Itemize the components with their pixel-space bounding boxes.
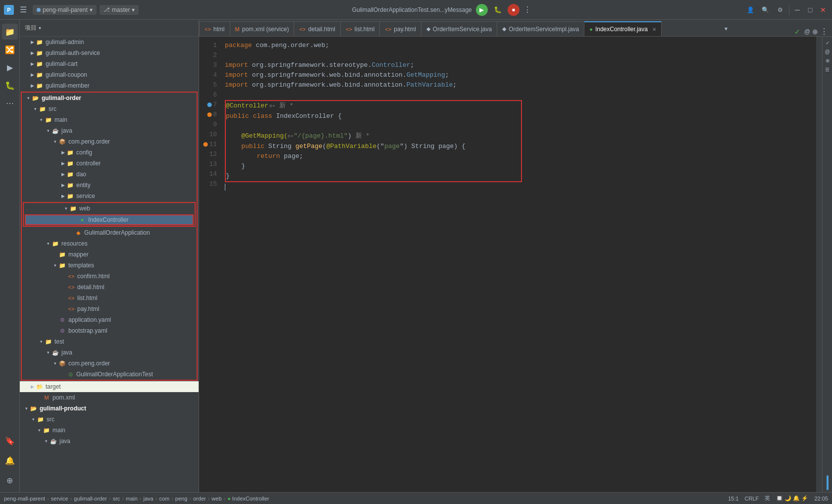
tree-item-product-java[interactable]: ▾ ☕ java xyxy=(20,436,199,447)
stop-button[interactable]: ■ xyxy=(508,4,520,16)
sidebar-more-icon[interactable]: ⋯ xyxy=(2,95,18,111)
tree-label-member: gulimall-member xyxy=(46,82,90,89)
tree-item-service[interactable]: ▶ 📁 service xyxy=(22,191,197,202)
tree-item-test-com[interactable]: ▾ 📦 com.peng.order xyxy=(22,358,197,369)
tree-item-gulimall-order[interactable]: ▾ 📂 gulimall-order xyxy=(22,93,197,103)
tree-item-java[interactable]: ▾ ☕ java xyxy=(22,125,197,136)
sidebar-notifications-icon[interactable]: 🔔 xyxy=(2,453,18,468)
more-options[interactable]: ⋮ xyxy=(523,5,531,14)
editor-scrollbar[interactable] xyxy=(816,37,822,492)
tab-detail[interactable]: <> detail.html xyxy=(294,21,341,36)
tree-arrow-config: ▶ xyxy=(59,149,66,156)
scrollbar-thumb[interactable] xyxy=(827,475,829,490)
right-panel-btn-4[interactable]: ☰ xyxy=(824,65,832,73)
tree-item-list[interactable]: ▶ <> list.html xyxy=(22,293,197,303)
tab-overflow-button[interactable]: ▾ xyxy=(721,21,731,36)
tree-item-gulimall-coupon[interactable]: ▶ 📁 gulimall-coupon xyxy=(20,69,199,80)
sidebar-run-icon[interactable]: ▶ xyxy=(2,59,18,75)
at-icon[interactable]: @ xyxy=(804,28,810,35)
tree-item-product-src[interactable]: ▾ 📁 src xyxy=(20,414,199,425)
search-icon[interactable]: 🔍 xyxy=(759,4,771,16)
git-icon[interactable]: ⊕ xyxy=(812,28,818,36)
tree-item-main[interactable]: ▾ 📁 main xyxy=(22,114,197,125)
branch-arrow: ▾ xyxy=(132,6,135,13)
tree-label-dao: dao xyxy=(76,171,86,178)
folder-icon-auth: 📁 xyxy=(36,49,44,57)
tree-item-target[interactable]: ▶ 📁 target xyxy=(20,381,199,392)
tree-item-entity[interactable]: ▶ 📁 entity xyxy=(22,180,197,191)
project-selector[interactable]: peng-mall-parent ▾ xyxy=(33,5,97,15)
code-line-11: public String getPage(@PathVariable("pag… xyxy=(226,142,521,151)
tree-arrow-web: ▾ xyxy=(62,205,69,212)
tree-item-mapper[interactable]: ▶ 📁 mapper xyxy=(22,249,197,260)
tab-list[interactable]: <> list.html xyxy=(341,21,380,36)
tab-pay[interactable]: <> pay.html xyxy=(380,21,421,36)
hamburger-menu[interactable]: ☰ xyxy=(17,4,30,15)
tree-item-templates[interactable]: ▾ 📁 templates xyxy=(22,260,197,271)
tree-item-gulimall-product[interactable]: ▾ 📂 gulimall-product xyxy=(20,403,199,414)
tree-item-com-peng-order[interactable]: ▾ 📦 com.peng.order xyxy=(22,136,197,147)
tree-item-config[interactable]: ▶ 📁 config xyxy=(22,147,197,158)
right-panel-btn-3[interactable]: ⊕ xyxy=(824,56,832,64)
tree-item-src[interactable]: ▾ 📁 src xyxy=(22,103,197,114)
divider xyxy=(789,5,789,15)
tab-close-index[interactable]: ✕ xyxy=(652,27,656,32)
tab-html[interactable]: <> html xyxy=(199,21,230,36)
code-line-3: import org.springframework.stereotype.Co… xyxy=(225,60,816,70)
sidebar-bottom-icon[interactable]: ⊕ xyxy=(2,472,18,488)
tree-item-detail[interactable]: ▶ <> detail.html xyxy=(22,282,197,293)
code-line-2 xyxy=(225,50,816,60)
settings-icon[interactable]: ⚙ xyxy=(774,4,786,16)
checkmark-icon[interactable]: ✓ xyxy=(794,28,800,36)
tree-item-test[interactable]: ▾ 📁 test xyxy=(22,336,197,347)
tab-pom[interactable]: M pom.xml (service) xyxy=(230,21,295,36)
tab-index[interactable]: ● IndexController.java ✕ xyxy=(584,21,662,36)
more-icon[interactable]: ⋮ xyxy=(820,27,828,36)
code-line-4: import org.springframework.web.bind.anno… xyxy=(225,70,816,80)
tree-item-gulimall-cart[interactable]: ▶ 📁 gulimall-cart xyxy=(20,58,199,69)
project-dot xyxy=(37,8,41,12)
tree-item-resources[interactable]: ▾ 📁 resources xyxy=(22,238,197,249)
close-button[interactable]: ✕ xyxy=(818,5,828,15)
tab-orderitem[interactable]: ◆ OrderItemService.java xyxy=(421,21,497,36)
tree-item-dao[interactable]: ▶ 📁 dao xyxy=(22,169,197,180)
maximize-button[interactable]: □ xyxy=(805,5,815,15)
sidebar-vcs-icon[interactable]: 🔀 xyxy=(2,42,18,57)
sidebar-files-icon[interactable]: 📁 xyxy=(2,24,18,40)
debug-button[interactable]: 🐛 xyxy=(492,4,504,16)
tree-item-test-java[interactable]: ▾ ☕ java xyxy=(22,347,197,358)
tree-item-index-controller[interactable]: ▶ ● IndexController xyxy=(25,214,194,225)
user-icon[interactable]: 👤 xyxy=(744,4,756,16)
sidebar-bookmarks-icon[interactable]: 🔖 xyxy=(2,433,18,449)
right-panel-btn-1[interactable]: ✓ xyxy=(824,39,832,47)
tree-label-entity: entity xyxy=(76,182,91,189)
right-panel-btn-2[interactable]: @ xyxy=(824,48,832,55)
tree-item-web[interactable]: ▾ 📁 web xyxy=(24,203,195,214)
tab-orderitemimpl[interactable]: ◆ OrderItemServiceImpl.java xyxy=(497,21,584,36)
tree-item-application-yaml[interactable]: ▶ ⚙ application.yaml xyxy=(22,314,197,325)
folder-icon-service: 📁 xyxy=(66,192,74,200)
tree-item-gulimall-order-app[interactable]: ▶ ◆ GulimallOrderApplication xyxy=(22,227,197,238)
tree-item-product-main[interactable]: ▾ 📁 main xyxy=(20,425,199,436)
tree-item-pay[interactable]: ▶ <> pay.html xyxy=(22,303,197,314)
minimize-button[interactable]: ─ xyxy=(792,5,802,15)
tree-item-confirm[interactable]: ▶ <> confirm.html xyxy=(22,271,197,282)
tree-item-test-class[interactable]: ▶ ⊙ GulimallOrderApplicationTest xyxy=(22,369,197,380)
tree-item-bootstrap-yaml[interactable]: ▶ ⚙ bootstrap.yaml xyxy=(22,325,197,336)
tree-item-gulimall-member[interactable]: ▶ 📁 gulimall-member xyxy=(20,80,199,91)
tree-arrow-com: ▾ xyxy=(52,138,58,145)
tree-label-detail: detail.html xyxy=(77,284,104,291)
code-area[interactable]: package com.peng.order.web; import org.s… xyxy=(221,37,816,492)
status-line-ending: CRLF xyxy=(745,496,759,502)
branch-selector[interactable]: ⎇ master ▾ xyxy=(100,5,139,15)
tree-item-controller[interactable]: ▶ 📁 controller xyxy=(22,158,197,169)
tree-item-gulimall-auth-service[interactable]: ▶ 📁 gulimall-auth-service xyxy=(20,48,199,58)
run-button[interactable]: ▶ xyxy=(476,4,488,16)
tree-item-pom[interactable]: ▶ M pom.xml xyxy=(20,392,199,403)
tree-label-coupon: gulimall-coupon xyxy=(46,71,87,78)
tree-item-gulimall-admin[interactable]: ▶ 📁 gulimall-admin xyxy=(20,37,199,48)
folder-icon-resources: 📁 xyxy=(52,240,59,248)
title-bar: P ☰ peng-mall-parent ▾ ⎇ master ▾ Gulima… xyxy=(0,0,832,20)
right-panel: ✓ @ ⊕ ☰ xyxy=(822,37,832,492)
sidebar-debug-icon[interactable]: 🐛 xyxy=(2,77,18,93)
